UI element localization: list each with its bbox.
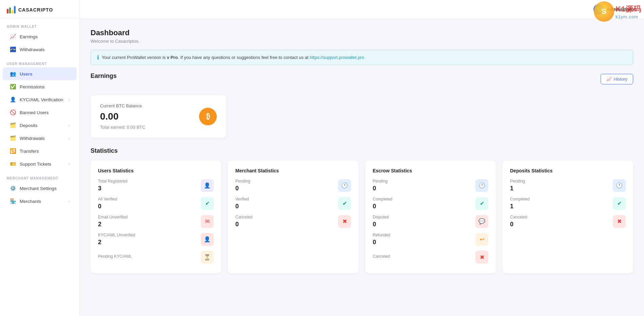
stat-label: Completed bbox=[373, 197, 392, 202]
earnings-icon: 📈 bbox=[9, 33, 16, 40]
stat-row-info: Completed 0 bbox=[373, 197, 392, 210]
sidebar-item-users[interactable]: 👥 Users bbox=[3, 67, 77, 80]
stat-label: Canceled bbox=[510, 215, 527, 219]
stat-value: 0 bbox=[373, 185, 388, 192]
stat-label: All Verified bbox=[98, 197, 117, 202]
stat-row-info: Pending 0 bbox=[373, 179, 388, 192]
stat-row-info: Canceled 0 bbox=[510, 215, 527, 228]
stat-label: Total Registered bbox=[98, 179, 128, 184]
stat-row: Pending 0 🕐 bbox=[235, 179, 351, 192]
sidebar-item-label: Banned Users bbox=[20, 110, 70, 115]
sidebar-item-transfers[interactable]: 🔁 Transfers bbox=[3, 145, 77, 157]
earnings-header-row: Earnings 📈 History bbox=[91, 72, 633, 86]
sidebar-item-label: KYC/AML Verification bbox=[20, 97, 65, 102]
support-icon: 🎫 bbox=[9, 161, 16, 167]
stat-icon-box: 👤 bbox=[201, 233, 214, 246]
users-icon: 👥 bbox=[9, 70, 16, 77]
stat-icon-box: ✖ bbox=[613, 215, 626, 228]
withdrawals-icon: 🏧 bbox=[9, 46, 16, 53]
stat-icon-box: ✔ bbox=[338, 197, 351, 210]
info-banner: ℹ Your current ProWallet version is v Pr… bbox=[91, 50, 633, 65]
stat-value: 0 bbox=[373, 239, 390, 246]
sidebar-item-label: Merchant Settings bbox=[20, 186, 70, 191]
stat-row-info: Pending 1 bbox=[510, 179, 525, 192]
deposits-icon: 🗂️ bbox=[9, 122, 16, 129]
stat-row-info: KYC/AML Unverified 2 bbox=[98, 233, 135, 246]
stat-value: 3 bbox=[98, 185, 128, 192]
stat-icon-box: 👤 bbox=[201, 179, 214, 192]
sidebar-item-withdrawals[interactable]: 🏧 Withdrawals bbox=[3, 43, 77, 56]
merchant-settings-icon: ⚙️ bbox=[9, 185, 16, 192]
earnings-section-title: Earnings bbox=[91, 72, 117, 80]
history-button[interactable]: 📈 History bbox=[601, 74, 633, 84]
sidebar-item-support-tickets[interactable]: 🎫 Support Tickets › bbox=[3, 157, 77, 170]
stat-value: 0 bbox=[373, 203, 392, 210]
stat-value: 1 bbox=[510, 203, 530, 210]
stat-label: Pending bbox=[235, 179, 250, 184]
kyc-icon: 👤 bbox=[9, 96, 16, 103]
sidebar-item-label: Merchants bbox=[20, 199, 65, 204]
stat-card-0: Users Statistics Total Registered 3 👤 Al… bbox=[91, 161, 221, 273]
stat-row-info: Verified 0 bbox=[235, 197, 249, 210]
stat-row-info: Completed 1 bbox=[510, 197, 530, 210]
stat-icon-box: ↩ bbox=[475, 233, 488, 246]
btc-icon: ₿ bbox=[199, 108, 217, 125]
info-icon: ℹ bbox=[97, 54, 99, 61]
stat-icon: ✖ bbox=[617, 218, 622, 225]
stat-row-info: Pending 0 bbox=[235, 179, 250, 192]
balance-value: 0.00 bbox=[100, 111, 145, 122]
balance-label: Current BTC Balance bbox=[100, 103, 145, 108]
sidebar-item-label: Earnings bbox=[20, 34, 70, 39]
stat-icon: ⏳ bbox=[204, 254, 211, 260]
stat-icon: ✖ bbox=[343, 218, 347, 225]
stat-icon: ✔ bbox=[617, 200, 622, 207]
stat-label: Pending bbox=[510, 179, 525, 184]
sidebar-section-admin-wallet: Admin Wallet bbox=[0, 19, 79, 30]
info-banner-link[interactable]: https://support.prowallet.pro bbox=[310, 55, 364, 60]
stat-row: Verified 0 ✔ bbox=[235, 197, 351, 210]
stat-card-2: Escrow Statistics Pending 0 🕐 Completed … bbox=[365, 161, 496, 273]
stat-icon-box: 🕐 bbox=[613, 179, 626, 192]
stat-value: 0 bbox=[235, 203, 249, 210]
chevron-right-icon: › bbox=[69, 98, 70, 102]
sidebar-item-merchant-settings[interactable]: ⚙️ Merchant Settings bbox=[3, 182, 77, 195]
stat-card-3: Deposits Statistics Pending 1 🕐 Complete… bbox=[503, 161, 633, 273]
chevron-right-icon: › bbox=[69, 123, 70, 127]
stat-card-title: Escrow Statistics bbox=[373, 168, 488, 173]
stat-row: Canceled 0 ✖ bbox=[235, 215, 351, 228]
stat-row: Refunded 0 ↩ bbox=[373, 233, 488, 246]
stat-value: 1 bbox=[510, 185, 525, 192]
sidebar-section-merchant-management: Merchant Management bbox=[0, 170, 79, 182]
sidebar-item-withdrawals-user[interactable]: 🗂️ Withdrawals › bbox=[3, 132, 77, 145]
sidebar-item-merchants[interactable]: 🏪 Merchants › bbox=[3, 195, 77, 208]
transfers-icon: 🔁 bbox=[9, 148, 16, 154]
stat-label: Pending bbox=[373, 179, 388, 184]
stat-label: KYC/AML Unverified bbox=[98, 233, 135, 237]
sidebar-item-earnings[interactable]: 📈 Earnings bbox=[3, 30, 77, 43]
stat-row: Canceled ✖ bbox=[373, 251, 488, 264]
stat-icon: 🕐 bbox=[616, 182, 623, 189]
balance-card: Current BTC Balance 0.00 Total earned: 0… bbox=[91, 95, 226, 138]
stat-icon-box: ✔ bbox=[475, 197, 488, 210]
stat-icon-box: 🕐 bbox=[338, 179, 351, 192]
sidebar-item-permissions[interactable]: ✅ Permissions bbox=[3, 80, 77, 93]
stat-row: Pending KYC/AML ⏳ bbox=[98, 251, 214, 264]
stat-icon: ↩ bbox=[480, 236, 484, 243]
main-content: 👤 Administrator S K1源码 k1ym.com Dashboar… bbox=[80, 0, 644, 316]
sidebar-item-deposits[interactable]: 🗂️ Deposits › bbox=[3, 119, 77, 132]
stat-label: Refunded bbox=[373, 233, 390, 237]
logo-text: CASACRIPTO bbox=[18, 7, 53, 13]
stat-row: Email Unverified 2 ✉ bbox=[98, 215, 214, 228]
stat-icon-box: ⏳ bbox=[201, 251, 214, 264]
stat-row-info: Canceled 0 bbox=[235, 215, 253, 228]
sidebar-item-banned-users[interactable]: 🚫 Banned Users bbox=[3, 106, 77, 119]
withdrawals-user-icon: 🗂️ bbox=[9, 135, 16, 142]
stat-icon-box: 💬 bbox=[475, 215, 488, 228]
watermark: S K1源码 k1ym.com bbox=[594, 1, 641, 22]
stat-label: Disputed bbox=[373, 215, 389, 219]
sidebar-item-kyc-aml[interactable]: 👤 KYC/AML Verification › bbox=[3, 93, 77, 106]
stat-card-1: Merchant Statistics Pending 0 🕐 Verified… bbox=[228, 161, 358, 273]
stat-row-info: All Verified 0 bbox=[98, 197, 117, 210]
stat-row-info: Pending KYC/AML bbox=[98, 254, 132, 260]
stat-value: 0 bbox=[373, 221, 389, 228]
